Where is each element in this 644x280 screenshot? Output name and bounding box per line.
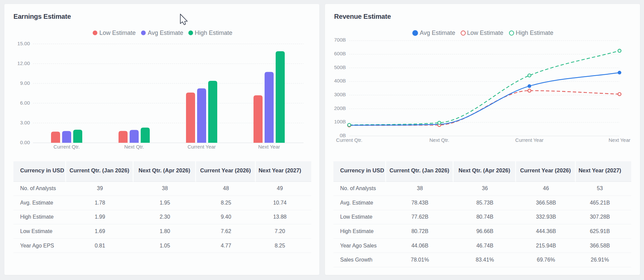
svg-text:12.00: 12.00 [17,60,30,66]
svg-text:300B: 300B [334,92,346,97]
svg-text:Next Year: Next Year [608,137,630,143]
svg-text:Next Qtr.: Next Qtr. [429,137,449,143]
svg-text:400B: 400B [334,78,346,83]
svg-text:200B: 200B [334,105,346,111]
svg-text:9.00: 9.00 [20,80,30,86]
svg-text:700B: 700B [334,37,346,43]
svg-text:Current Year: Current Year [515,137,544,143]
svg-text:6.00: 6.00 [20,100,30,106]
svg-text:Current Year: Current Year [187,144,216,150]
svg-text:600B: 600B [334,51,346,56]
svg-text:Current Qtr.: Current Qtr. [336,137,362,143]
svg-text:Current Qtr.: Current Qtr. [53,144,80,150]
svg-text:500B: 500B [334,64,346,70]
svg-text:Next Qtr.: Next Qtr. [124,144,144,150]
svg-text:100B: 100B [334,119,346,124]
svg-text:15.00: 15.00 [17,41,30,46]
svg-text:0.00: 0.00 [20,139,30,145]
svg-text:3.00: 3.00 [20,120,30,125]
svg-text:Next Year: Next Year [258,144,280,150]
